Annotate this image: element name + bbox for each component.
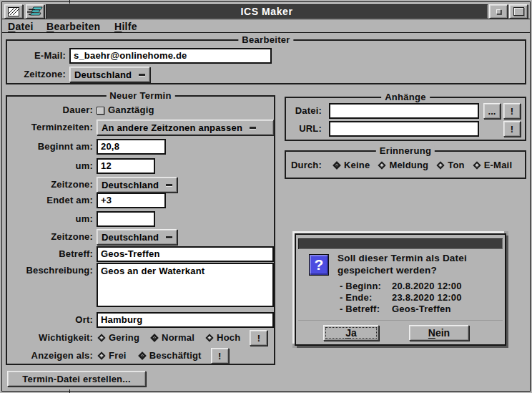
radio-anzeigen-beschaeftigt[interactable]: Beschäftigt (137, 351, 202, 361)
betreff-label: Betreff: (9, 249, 93, 259)
minimize-button[interactable] (489, 4, 508, 19)
menubar-divider (2, 32, 530, 33)
group-erinnerung-title: Erinnerung (376, 145, 435, 156)
dialog-ja-button[interactable]: Ja (323, 325, 379, 341)
radio-diamond-icon (378, 161, 386, 169)
terminzeiten-dropdown[interactable]: An andere Zeitzonen anpassen (97, 120, 274, 135)
radio-diamond-icon (138, 351, 146, 359)
ort-field[interactable]: Hamburg (97, 312, 274, 328)
zeitzone-ende-label: Zeitzone: (9, 232, 93, 242)
url-label: URL: (287, 124, 322, 134)
maximize-button[interactable] (509, 4, 528, 19)
window-menu-icon (8, 7, 19, 16)
url-field[interactable] (329, 121, 479, 137)
anzeigen-info-button[interactable]: ! (211, 348, 229, 364)
minimize-icon (496, 9, 501, 14)
zeitzone-start-dropdown[interactable]: Deutschland (97, 177, 177, 193)
popup-dash-icon (250, 127, 256, 129)
beschreibung-label: Beschreibung: (9, 263, 93, 276)
zeitzone-editor-dropdown[interactable]: Deutschland (69, 67, 150, 82)
datei-info-button[interactable]: ! (503, 103, 521, 119)
beginnt-am-field[interactable]: 20,8 (97, 139, 166, 155)
datei-label: Datei: (287, 106, 322, 116)
radio-diamond-icon (437, 161, 445, 169)
radio-wichtigkeit-hoch[interactable]: Hoch (205, 333, 240, 343)
um-ende-field[interactable] (97, 211, 155, 227)
express-menu-button[interactable] (26, 4, 44, 19)
group-anhaenge: Anhänge Datei: ... ! URL: ! (285, 97, 526, 141)
radio-erinnerung-keine[interactable]: Keine (332, 160, 370, 170)
radio-diamond-icon (473, 161, 481, 169)
zeitzone-start-label: Zeitzone: (9, 180, 93, 190)
popup-dash-icon (166, 236, 172, 238)
titlebar-divider (2, 19, 530, 19)
endet-am-label: Endet am: (9, 195, 93, 205)
radio-erinnerung-meldung[interactable]: Meldung (377, 160, 428, 170)
maximize-icon (513, 7, 524, 16)
popup-dash-icon (139, 74, 145, 76)
group-anhaenge-title: Anhänge (381, 92, 430, 102)
detail-betreff: - Betreff:Geos-Treffen (340, 304, 462, 315)
betreff-field[interactable]: Geos-Treffen (97, 246, 274, 262)
um-start-label: um: (9, 161, 93, 171)
radio-erinnerung-ton[interactable]: Ton (435, 160, 464, 170)
anzeigen-als-label: Anzeigen als: (9, 351, 93, 361)
question-icon: ? (309, 254, 329, 276)
ort-label: Ort: (9, 315, 93, 325)
express-menu-icon (27, 6, 43, 17)
menu-hilfe[interactable]: Hilfe (114, 21, 137, 32)
beschreibung-textarea[interactable]: Geos an der Waterkant (97, 263, 274, 307)
frame-resize-notch-top (69, 0, 70, 4)
radio-diamond-icon (205, 334, 213, 341)
zeitzone-ende-dropdown[interactable]: Deutschland (97, 229, 177, 245)
durch-label: Durch: (287, 160, 322, 170)
beginnt-am-label: Beginnt am: (9, 142, 93, 152)
ganztaegig-label: Ganztägig (108, 105, 154, 115)
wichtigkeit-info-button[interactable]: ! (250, 330, 267, 346)
dialog-separator (298, 321, 503, 322)
menu-datei[interactable]: Datei (8, 21, 34, 32)
radio-diamond-icon (97, 334, 105, 341)
radio-wichtigkeit-normal[interactable]: Normal (149, 333, 194, 343)
radio-erinnerung-email[interactable]: E-Mail (472, 160, 512, 170)
email-field[interactable]: s_baehr@onlinehome.de (69, 48, 272, 64)
group-erinnerung: Erinnerung Durch: Keine Meldung Ton E-Ma… (285, 150, 526, 179)
dialog-question-text: Soll dieser Termin als Datei gespeichert… (338, 252, 467, 276)
popup-dash-icon (166, 184, 172, 186)
datei-field[interactable] (329, 103, 479, 119)
save-confirm-dialog: ? Soll dieser Termin als Datei gespeiche… (295, 233, 506, 346)
window-title: ICS Maker (240, 6, 292, 17)
radio-diamond-icon (97, 351, 105, 359)
ganztaegig-checkbox[interactable] (97, 107, 104, 115)
group-neuer-termin: Neuer Termin Dauer: Ganztägig Terminzeit… (6, 95, 275, 365)
wichtigkeit-label: Wichtigkeit: (9, 333, 93, 343)
dialog-nein-button[interactable]: Nein (409, 325, 469, 341)
detail-ende: - Ende:23.8.2020 12:00 (340, 292, 462, 304)
titlebar[interactable]: ICS Maker (46, 4, 488, 19)
radio-diamond-icon (150, 334, 158, 341)
frame-resize-notch-bottom (69, 389, 70, 393)
termin-datei-erstellen-button[interactable]: Termin-Datei erstellen... (7, 371, 146, 387)
radio-anzeigen-frei[interactable]: Frei (97, 351, 127, 361)
um-start-field[interactable]: 12 (97, 158, 155, 174)
radio-diamond-icon (332, 161, 340, 169)
url-info-button[interactable]: ! (503, 121, 521, 137)
um-ende-label: um: (9, 214, 93, 224)
zeitzone-editor-label: Zeitzone: (9, 69, 66, 79)
group-bearbeiter: Bearbeiter E-Mail: s_baehr@onlinehome.de… (6, 39, 526, 84)
terminzeiten-label: Terminzeiten: (9, 122, 93, 132)
detail-beginn: - Beginn:20.8.2020 12:00 (340, 281, 462, 292)
dialog-details: - Beginn:20.8.2020 12:00 - Ende:23.8.202… (340, 281, 462, 315)
endet-am-field[interactable]: +3 (97, 193, 166, 208)
dauer-label: Dauer: (9, 105, 93, 115)
group-bearbeiter-title: Bearbeiter (238, 34, 293, 45)
datei-browse-button[interactable]: ... (483, 103, 501, 119)
radio-wichtigkeit-gering[interactable]: Gering (97, 333, 139, 343)
dialog-drag-bar[interactable] (298, 238, 503, 249)
menu-bearbeiten[interactable]: Bearbeiten (46, 21, 100, 32)
group-neuer-termin-title: Neuer Termin (106, 90, 174, 101)
window-menu-button[interactable] (4, 4, 23, 19)
email-label: E-Mail: (9, 51, 66, 61)
